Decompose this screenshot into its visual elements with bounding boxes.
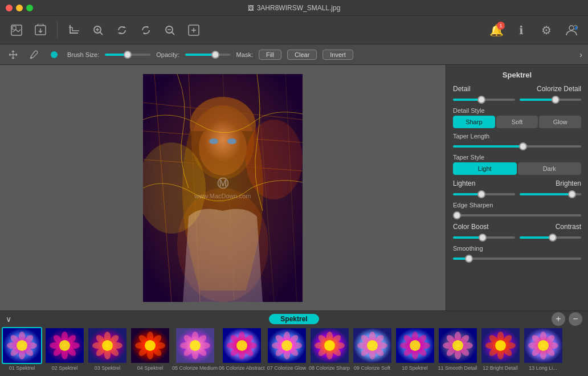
maximize-button[interactable] — [26, 5, 33, 11]
thumbnail-label: 11 Smooth Detail — [438, 365, 477, 371]
brush-tool-button[interactable] — [47, 47, 62, 62]
thumbnail-item[interactable]: 10 Spektrel — [394, 327, 436, 376]
invert-button[interactable]: Invert — [322, 50, 353, 60]
svg-point-145 — [410, 340, 420, 351]
lighten-slider[interactable] — [453, 193, 515, 195]
svg-line-17 — [172, 32, 174, 35]
svg-point-85 — [145, 340, 156, 351]
zoom-in-tool-button[interactable] — [87, 19, 109, 41]
taper-length-label: Taper Length — [453, 133, 581, 140]
edge-sharpen-control: Edge Sharpen — [453, 202, 581, 218]
subtoolbar-arrow[interactable]: › — [579, 50, 582, 59]
sub-toolbar: Brush Size: Opacity: Mask: Fill Clear In… — [0, 44, 588, 65]
zoom-fit-tool-button[interactable] — [159, 19, 181, 41]
minimize-button[interactable] — [16, 5, 23, 11]
lighten-brighten-labels: Lighten Brighten — [453, 179, 581, 187]
info-button[interactable]: ℹ — [511, 19, 532, 41]
settings-button[interactable]: ⚙ — [536, 19, 557, 41]
add-preset-button[interactable]: + — [552, 312, 565, 326]
thumbnail-item[interactable]: 02 Spektrel — [44, 327, 85, 376]
colorboost-contrast-sliders — [453, 232, 581, 240]
soft-button[interactable]: Soft — [496, 116, 538, 128]
brush-size-label: Brush Size: — [67, 51, 99, 58]
close-button[interactable] — [6, 5, 13, 11]
account-button[interactable]: 👤 — [561, 19, 582, 41]
fill-button[interactable]: Fill — [259, 50, 281, 60]
thumbnail-item[interactable]: 11 Smooth Detail — [437, 327, 479, 376]
main-toolbar: 🔔 1 ℹ ⚙ 👤 — [0, 16, 588, 44]
clear-button[interactable]: Clear — [287, 50, 317, 60]
thumbnail-image — [523, 327, 564, 364]
detail-slider[interactable] — [453, 99, 515, 101]
brighten-slider[interactable] — [520, 193, 582, 195]
taper-length-slider[interactable] — [453, 145, 581, 148]
photo-canvas[interactable]: Ⓜ www.MacDown.com — [143, 74, 303, 302]
move-tool-button[interactable] — [6, 47, 21, 62]
detail-sliders — [453, 95, 581, 103]
dark-button[interactable]: Dark — [518, 162, 582, 175]
thumbnail-label: 13 Long Li... — [529, 365, 557, 371]
export-tool-button[interactable] — [183, 19, 205, 41]
svg-point-55 — [17, 340, 27, 351]
file-icon: 🖼 — [248, 5, 254, 11]
brighten-label: Brighten — [556, 179, 581, 187]
light-button[interactable]: Light — [453, 162, 517, 175]
contrast-slider[interactable] — [520, 236, 582, 239]
thumbnail-image — [352, 327, 393, 364]
eyedropper-tool-button[interactable] — [26, 47, 41, 62]
thumbnail-label: 08 Colorize Sharp — [309, 365, 350, 371]
detail-labels: Detail Colorize Detail — [453, 85, 581, 93]
strip-chevron[interactable]: ∨ — [6, 314, 11, 324]
thumbnail-item[interactable]: 05 Colorize Medium — [172, 327, 218, 376]
thumbnail-item[interactable]: 03 Spektrel — [87, 327, 128, 376]
colorize-detail-slider[interactable] — [520, 99, 582, 101]
canvas-area[interactable]: Ⓜ www.MacDown.com — [0, 65, 446, 310]
svg-point-105 — [236, 340, 247, 351]
lighten-slider-col — [453, 189, 515, 197]
sharp-button[interactable]: Sharp — [453, 116, 495, 128]
thumbnail-item[interactable]: 07 Colorize Glow — [266, 327, 308, 376]
crop-tool-button[interactable] — [63, 19, 85, 41]
glow-button[interactable]: Glow — [539, 116, 581, 128]
thumbnail-image — [2, 327, 42, 364]
thumbnail-item[interactable]: 01 Spektrel — [1, 327, 43, 376]
thumbnail-label: 06 Colorize Abstract — [219, 365, 265, 371]
thumbnail-image — [222, 327, 262, 364]
detail-label: Detail — [453, 85, 471, 93]
thumbnail-item[interactable]: 12 Bright Detail — [480, 327, 521, 376]
svg-point-155 — [452, 340, 463, 351]
window-controls — [6, 5, 33, 11]
thumbnail-item[interactable]: 08 Colorize Sharp — [309, 327, 350, 376]
thumbnail-image — [130, 327, 170, 364]
right-panel: Spektrel Detail Colorize Detail Detail S… — [446, 65, 588, 310]
thumbnail-item[interactable]: 06 Colorize Abstract — [219, 327, 265, 376]
svg-point-65 — [59, 340, 70, 351]
thumbnail-item[interactable]: 04 Spektrel — [129, 327, 171, 376]
toolbar-right: 🔔 1 ℹ ⚙ 👤 — [485, 19, 582, 41]
rotate-tool-button[interactable] — [111, 19, 133, 41]
svg-rect-45 — [143, 74, 303, 302]
opacity-slider[interactable] — [185, 54, 231, 56]
color-boost-label: Color Boost — [453, 223, 489, 231]
svg-point-115 — [281, 340, 292, 351]
title-text: 3AHR8WIRSW_SMALL.jpg — [257, 4, 341, 12]
smoothing-slider[interactable] — [453, 258, 581, 260]
import-tool-button[interactable] — [30, 19, 51, 41]
edge-sharpen-slider[interactable] — [453, 214, 581, 216]
contrast-label: Contrast — [556, 223, 581, 231]
thumbnail-label: 04 Spektrel — [137, 365, 164, 371]
transform-tool-button[interactable] — [135, 19, 157, 41]
thumbnail-item[interactable]: 09 Colorize Soft — [352, 327, 393, 376]
photo-tool-button[interactable] — [6, 19, 27, 41]
thumbnail-item[interactable]: 13 Long Li... — [522, 327, 564, 376]
detail-control: Detail Colorize Detail — [453, 85, 581, 103]
notification-button[interactable]: 🔔 1 — [485, 19, 507, 41]
color-boost-slider[interactable] — [453, 236, 515, 239]
brush-size-slider[interactable] — [105, 54, 150, 56]
remove-preset-button[interactable]: − — [569, 312, 582, 326]
opacity-slider-container — [185, 54, 231, 56]
notification-badge: 1 — [497, 22, 505, 30]
taper-style-control: Taper Style Light Dark — [453, 154, 581, 175]
taper-style-label: Taper Style — [453, 154, 581, 161]
detail-style-buttons: Sharp Soft Glow — [453, 116, 581, 128]
